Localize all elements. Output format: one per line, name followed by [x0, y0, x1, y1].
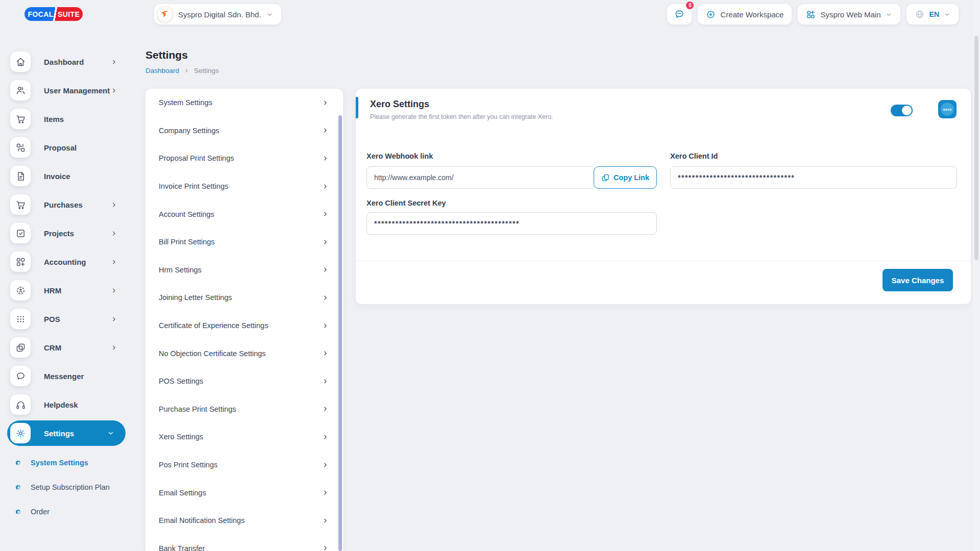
workspace-selector[interactable]: Syspro Digital Sdn. Bhd. — [154, 4, 281, 24]
sidebar-item-hrm[interactable]: HRM — [0, 276, 134, 305]
sidebar-item-invoice[interactable]: Invoice — [0, 162, 134, 190]
sidebar-subitem-label: Setup Subscription Plan — [31, 483, 110, 491]
settings-menu-item-joining-letter-settings[interactable]: Joining Letter Settings — [145, 284, 343, 312]
sidebar-subitem-system-settings[interactable]: System Settings — [0, 450, 134, 475]
save-changes-button[interactable]: Save Changes — [883, 269, 953, 291]
sidebar-item-accounting[interactable]: Accounting — [0, 247, 134, 276]
bullet-icon — [16, 485, 20, 490]
sidebar-item-items[interactable]: Items — [0, 105, 134, 133]
sidebar-item-user-management[interactable]: User Management — [0, 76, 134, 105]
settings-menu-item-system-settings[interactable]: System Settings — [145, 89, 343, 117]
sidebar-item-messenger[interactable]: Messenger — [0, 362, 134, 390]
sidebar-item-label: User Management — [44, 86, 110, 95]
chevron-right-icon — [111, 202, 117, 208]
sidebar-subitem-setup-subscription-plan[interactable]: Setup Subscription Plan — [0, 475, 134, 499]
client-id-label: Xero Client Id — [670, 152, 718, 160]
settings-menu-item-pos-settings[interactable]: POS Settings — [145, 367, 343, 395]
sidebar-item-purchases[interactable]: Purchases — [0, 190, 134, 219]
gear-icon — [10, 423, 31, 443]
chevron-down-icon — [266, 11, 273, 18]
settings-menu-item-invoice-print-settings[interactable]: Invoice Print Settings — [145, 172, 343, 201]
xero-enable-toggle[interactable] — [891, 105, 913, 116]
headset-icon — [10, 394, 31, 415]
globe-icon — [915, 9, 925, 19]
sidebar-item-label: Projects — [44, 229, 74, 238]
settings-menu-item-label: Pos Print Settings — [159, 461, 217, 469]
settings-menu-item-bill-print-settings[interactable]: Bill Print Settings — [145, 228, 343, 256]
users-icon — [10, 80, 31, 101]
home-icon — [10, 52, 31, 72]
sidebar-item-projects[interactable]: Projects — [0, 219, 134, 247]
window-scrollbar-thumb[interactable] — [974, 36, 978, 260]
sidebar-item-label: Purchases — [44, 201, 83, 209]
sidebar-item-settings[interactable]: Settings — [7, 420, 126, 446]
settings-menu-item-account-settings[interactable]: Account Settings — [145, 200, 343, 228]
chevron-down-icon — [886, 11, 892, 18]
settings-menu-item-label: Bank Transfer — [159, 544, 205, 551]
brand-suite: SUITE — [55, 10, 83, 18]
focal-suite-logo: FOCAL SUITE — [24, 7, 83, 21]
settings-menu-item-label: Certificate of Experience Settings — [159, 321, 268, 330]
chevron-right-icon — [322, 211, 329, 217]
breadcrumb-dashboard-link[interactable]: Dashboard — [145, 67, 179, 74]
language-selector[interactable]: EN — [906, 4, 959, 24]
webhook-input[interactable] — [366, 166, 595, 189]
chat-bubble-icon — [674, 9, 685, 20]
panel-accent-bar — [356, 97, 358, 118]
chevron-right-icon — [111, 344, 117, 351]
document-icon — [10, 166, 31, 186]
chevron-right-icon — [111, 87, 117, 94]
sidebar-item-dashboard[interactable]: Dashboard — [0, 47, 134, 76]
settings-menu-item-xero-settings[interactable]: Xero Settings — [145, 423, 343, 451]
topbar-actions: 0 Create Workspace Syspro Web Main — [667, 4, 959, 24]
settings-menu-item-label: No Objection Certificate Settings — [159, 349, 266, 358]
create-workspace-label: Create Workspace — [720, 10, 783, 19]
chevron-right-icon — [322, 489, 329, 496]
chevron-right-icon — [322, 322, 329, 329]
settings-menu-item-certificate-of-experience-settings[interactable]: Certificate of Experience Settings — [145, 312, 343, 340]
settings-menu-item-proposal-print-settings[interactable]: Proposal Print Settings — [145, 144, 343, 172]
copy-link-button[interactable]: Copy Link — [594, 166, 657, 189]
settings-menu-item-hrm-settings[interactable]: Hrm Settings — [145, 256, 343, 284]
app-switcher-button[interactable]: Syspro Web Main — [798, 4, 900, 24]
sidebar-subitem-label: System Settings — [31, 459, 88, 467]
messages-button[interactable]: 0 — [667, 4, 692, 24]
settings-menu-item-label: Email Settings — [159, 489, 206, 497]
sidebar-item-label: Settings — [44, 429, 74, 438]
settings-menu-item-label: Xero Settings — [159, 433, 203, 441]
sidebar-item-crm[interactable]: CRM — [0, 333, 134, 362]
settings-menu-item-label: Hrm Settings — [159, 266, 202, 274]
xero-logo-badge[interactable]: xero — [938, 100, 957, 118]
language-code: EN — [929, 10, 939, 18]
settings-menu-item-email-settings[interactable]: Email Settings — [145, 479, 343, 507]
sidebar-item-proposal[interactable]: Proposal — [0, 133, 134, 162]
settings-menu-item-pos-print-settings[interactable]: Pos Print Settings — [145, 451, 343, 479]
client-id-input[interactable] — [670, 166, 957, 189]
sidebar-item-label: HRM — [44, 286, 61, 295]
settings-menu-item-email-notification-settings[interactable]: Email Notification Settings — [145, 507, 343, 535]
settings-menu-item-label: Account Settings — [159, 210, 214, 218]
workflow-icon — [10, 137, 31, 158]
plus-circle-icon — [706, 10, 716, 19]
window-scrollbar[interactable] — [973, 0, 980, 551]
panel-subtitle: Please generate the first token then aft… — [370, 113, 553, 120]
sidebar-subitem-order[interactable]: Order — [0, 499, 134, 524]
sidebar-item-pos[interactable]: POS — [0, 305, 134, 333]
chevron-right-icon — [111, 230, 117, 237]
sidebar-item-label: Proposal — [44, 143, 77, 152]
settings-menu-item-no-objection-certificate-settings[interactable]: No Objection Certificate Settings — [145, 339, 343, 367]
sidebar-settings-submenu: System SettingsSetup Subscription PlanOr… — [0, 447, 134, 524]
sidebar-item-helpdesk[interactable]: Helpdesk — [0, 390, 134, 419]
chevron-right-icon — [111, 316, 117, 322]
settings-menu-item-bank-transfer[interactable]: Bank Transfer — [145, 535, 343, 551]
chevron-right-icon — [322, 545, 329, 551]
bullet-icon — [16, 510, 20, 514]
chevron-right-icon — [322, 183, 329, 190]
settings-menu-item-purchase-print-settings[interactable]: Purchase Print Settings — [145, 395, 343, 423]
settings-menu-scrollbar[interactable] — [338, 115, 342, 551]
secret-key-input[interactable] — [366, 212, 657, 235]
settings-menu-item-company-settings[interactable]: Company Settings — [145, 117, 343, 145]
chevron-right-icon — [322, 266, 329, 273]
sidebar-subitem-label: Order — [31, 508, 50, 516]
create-workspace-button[interactable]: Create Workspace — [698, 4, 792, 24]
